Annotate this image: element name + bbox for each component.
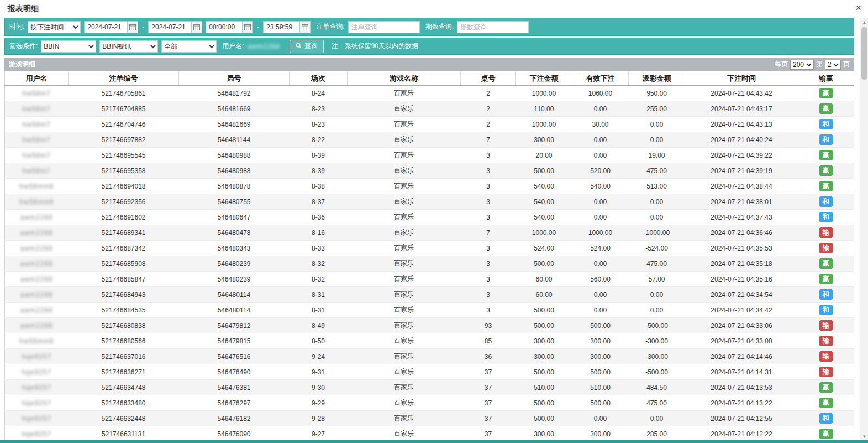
result-cell: 和 [798, 194, 854, 210]
date-to-input[interactable] [148, 21, 191, 33]
session-cell: 9-24 [290, 349, 348, 364]
round-id-cell: 546480478 [179, 225, 290, 241]
result-cell: 输 [798, 318, 854, 333]
result-badge-win: 赢 [819, 398, 833, 408]
period-query-input[interactable] [457, 21, 529, 33]
period-query-label: 期数查询: [425, 22, 454, 32]
masked-username: hqe9257 [22, 430, 51, 438]
result-badge-win: 赢 [819, 429, 833, 439]
payout-cell: -500.00 [629, 364, 685, 380]
game-cell: 百家乐 [348, 395, 461, 411]
bet-time-cell: 2024-07-21 04:14:46 [685, 349, 798, 364]
column-header: 注单编号 [69, 71, 179, 86]
valid-bet-cell: 540.00 [572, 179, 629, 194]
time-from-input[interactable] [206, 21, 242, 33]
valid-bet-cell: 500.00 [572, 395, 629, 411]
round-id-cell: 546476381 [179, 380, 290, 395]
round-id-cell: 546476490 [179, 364, 290, 380]
round-id-cell: 546481792 [179, 86, 290, 101]
scope-select[interactable]: 全部 [161, 40, 217, 53]
bet-amount-cell: 500.00 [516, 395, 572, 411]
table-no-cell: 3 [461, 256, 516, 272]
date-from-input[interactable] [84, 21, 127, 33]
result-cell: 输 [798, 241, 854, 256]
per-page-select[interactable]: 200 [790, 60, 814, 70]
user-cell: awm2268 [5, 318, 69, 333]
bet-amount-cell: 60.00 [516, 287, 572, 303]
table-row: awm22685217466849435464801148-31百家乐360.0… [5, 287, 854, 303]
time-to-group [263, 21, 311, 33]
result-badge-lose: 输 [819, 336, 833, 346]
bet-id-cell: 521746637016 [69, 349, 179, 364]
result-badge-win: 赢 [819, 150, 833, 160]
search-button-label: 查询 [304, 41, 318, 51]
session-cell: 8-16 [290, 225, 348, 241]
game-cell: 百家乐 [348, 194, 461, 210]
result-badge-tie: 和 [819, 196, 833, 206]
valid-bet-cell: 0.00 [572, 303, 629, 318]
vertical-scrollbar[interactable]: ▲ ▼ [860, 18, 868, 440]
user-cell: hqe9257 [5, 395, 69, 411]
result-badge-win: 赢 [819, 165, 833, 175]
table-no-cell: 37 [461, 411, 516, 426]
result-cell: 赢 [798, 426, 854, 442]
round-id-cell: 546480647 [179, 210, 290, 225]
session-cell: 8-22 [290, 132, 348, 148]
user-cell: hw58m7 [5, 148, 69, 163]
scroll-up-icon[interactable]: ▲ [860, 18, 868, 26]
game-cell: 百家乐 [348, 132, 461, 148]
bet-amount-cell: 524.00 [516, 241, 572, 256]
payout-cell: 57.00 [629, 272, 685, 287]
section-toolbar: 游戏明细 每页 200 第 2 页 [4, 58, 854, 71]
result-cell: 赢 [798, 256, 854, 272]
valid-bet-cell: 300.00 [572, 426, 629, 442]
round-id-cell: 546479815 [179, 333, 290, 349]
session-cell: 9-30 [290, 380, 348, 395]
table-no-cell: 3 [461, 241, 516, 256]
category-select[interactable]: BBIN视讯 [99, 40, 158, 53]
round-id-cell: 546480343 [179, 241, 290, 256]
valid-bet-cell: 500.00 [572, 318, 629, 333]
session-cell: 9-27 [290, 426, 348, 442]
bottom-border-bar [0, 440, 868, 443]
time-type-select[interactable]: 按下注时间 [28, 21, 81, 33]
time-to-input[interactable] [263, 21, 299, 33]
result-cell: 输 [798, 349, 854, 364]
calendar-icon[interactable] [191, 21, 202, 33]
bet-amount-cell: 500.00 [516, 364, 572, 380]
result-cell: 和 [798, 411, 854, 426]
game-cell: 百家乐 [348, 380, 461, 395]
round-id-cell: 546480755 [179, 194, 290, 210]
bet-id-cell: 521746694018 [69, 179, 179, 194]
close-icon[interactable]: × [855, 3, 861, 13]
clock-icon[interactable] [242, 21, 253, 33]
user-cell: hw58m7 [5, 163, 69, 179]
clock-icon[interactable] [299, 21, 311, 33]
calendar-icon[interactable] [127, 21, 138, 33]
bet-time-cell: 2024-07-21 04:12:55 [685, 411, 798, 426]
masked-username-value: awm2268 [248, 43, 286, 50]
retention-note: 注：系统保留90天以内的数据 [332, 41, 418, 51]
user-cell: hqe9257 [5, 411, 69, 426]
filter-criteria-label: 筛选条件: [9, 41, 38, 51]
table-row: awm22685217466873425464803438-33百家乐3524.… [5, 241, 854, 256]
search-button[interactable]: 查询 [290, 40, 324, 53]
user-cell: hw58mm8 [5, 194, 69, 210]
table-no-cell: 85 [461, 333, 516, 349]
bet-id-cell: 521746684943 [69, 287, 179, 303]
vendor-select[interactable]: BBIN [41, 40, 96, 53]
bet-time-cell: 2024-07-21 04:43:42 [685, 86, 798, 101]
table-row: hw58m75217467047465464816698-23百家乐21000.… [5, 117, 854, 132]
masked-username: hw58m7 [23, 90, 51, 97]
bet-id-cell: 521746636271 [69, 364, 179, 380]
result-badge-win: 赢 [819, 181, 833, 191]
bet-amount-cell: 300.00 [516, 132, 572, 148]
title-bar: 报表明细 [0, 0, 868, 18]
user-cell: hw58m7 [5, 86, 69, 101]
scrollbar-thumb[interactable] [861, 27, 867, 80]
scroll-down-icon[interactable]: ▼ [860, 432, 868, 440]
column-header: 派彩金额 [629, 71, 685, 86]
page-select[interactable]: 2 [825, 60, 841, 70]
bet-amount-cell: 1000.00 [516, 117, 572, 132]
bet-query-input[interactable] [348, 21, 420, 33]
